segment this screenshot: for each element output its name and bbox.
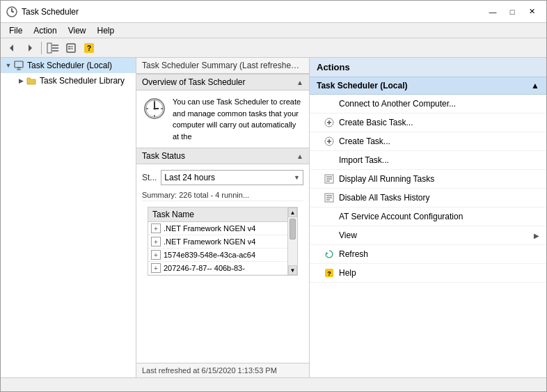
task-status-title: Task Status [142,151,185,161]
menu-view[interactable]: View [63,24,92,37]
summary-row: Summary: 226 total - 4 runnin... [142,189,303,201]
tree-label-local: Task Scheduler (Local) [27,61,112,70]
task-list-item[interactable]: + 1574e839-548e-43ca-ac64 [148,249,287,262]
menu-file[interactable]: File [3,24,28,37]
svg-point-24 [154,108,156,110]
actions-section-arrow: ▲ [531,81,539,91]
status-filter-label: St... [142,173,157,182]
action-view-label: View [339,230,357,240]
svg-marker-3 [10,45,13,52]
task-status-section-header[interactable]: Task Status ▲ [136,148,309,164]
close-button[interactable]: ✕ [523,5,541,19]
action-display-running-label: Display All Running Tasks [339,174,434,184]
svg-marker-4 [29,45,32,52]
overview-section-header[interactable]: Overview of Task Scheduler ▲ [136,74,309,91]
svg-rect-16 [15,61,23,68]
maximize-button[interactable]: □ [503,5,521,19]
action-import[interactable]: Import Task... [310,151,546,170]
action-create-basic[interactable]: Create Basic Task... [310,113,546,132]
tree-item-library[interactable]: ▶ Task Scheduler Library [1,73,136,88]
create-task-icon [324,136,335,147]
svg-text:?: ? [327,270,331,277]
task-item-label-0: .NET Framework NGEN v4 [164,224,255,233]
computer-icon [13,60,24,71]
overview-title: Overview of Task Scheduler [142,77,246,87]
main-area: ▼ Task Scheduler (Local) ▶ [1,58,546,377]
action-refresh[interactable]: Refresh [310,245,546,264]
status-bar [1,377,546,391]
expander-library[interactable]: ▶ [16,76,26,86]
task-list-header: Task Name [148,207,287,222]
tree-item-local[interactable]: ▼ Task Scheduler (Local) [1,58,136,73]
actions-section-title[interactable]: Task Scheduler (Local) ▲ [310,77,546,95]
right-panel: Actions Task Scheduler (Local) ▲ Connect… [310,58,546,377]
action-view[interactable]: View ▶ [310,226,546,245]
overview-arrow: ▲ [296,79,303,86]
import-icon [324,155,335,166]
center-scroll-container: Overview of Task Scheduler ▲ [136,74,309,363]
action-disable-history-label: Disable All Tasks History [339,193,430,203]
toolbar-separator-1 [41,42,42,54]
scroll-down-button[interactable]: ▼ [288,265,297,275]
action-connect-label: Connect to Another Computer... [339,99,456,109]
task-item-label-3: 207246-7-87-- 406b-83- [164,264,245,272]
action-at-service[interactable]: AT Service Account Configuration [310,207,546,226]
task-list-item[interactable]: + 207246-7-87-- 406b-83- [148,262,287,275]
menu-help[interactable]: Help [92,24,120,37]
console-tree-button[interactable] [45,40,61,56]
clock-icon [142,96,167,121]
toolbar: ? [1,38,546,58]
left-panel: ▼ Task Scheduler (Local) ▶ [1,58,136,377]
action-disable-history[interactable]: Disable All Tasks History [310,189,546,207]
help-toolbar-button[interactable]: ? [81,40,97,56]
minimize-button[interactable]: — [484,5,502,19]
dropdown-arrow-icon: ▼ [294,174,300,181]
status-dropdown[interactable]: Last 24 hours ▼ [161,170,303,185]
svg-point-13 [68,48,70,49]
scroll-thumb [290,219,296,240]
view-icon [324,230,335,241]
expander-local[interactable]: ▼ [3,61,13,70]
task-list-item[interactable]: + .NET Framework NGEN v4 [148,222,287,235]
overview-text: You can use Task Scheduler to create and… [173,96,303,142]
task-status-content: St... Last 24 hours ▼ Summary: 226 total… [136,164,309,287]
action-help[interactable]: ? Help [310,264,546,283]
task-expand-icon-3: + [151,263,161,273]
at-service-icon [324,211,335,222]
forward-button[interactable] [22,40,38,56]
disable-history-icon [324,192,335,203]
connect-icon [324,98,335,109]
center-header: Task Scheduler Summary (Last refreshed: … [136,58,309,74]
menu-bar: File Action View Help [1,23,546,38]
help-action-icon: ? [324,267,335,279]
action-create-task[interactable]: Create Task... [310,132,546,151]
properties-button[interactable] [63,40,79,56]
window-title: Task Scheduler [22,7,79,17]
svg-point-12 [68,46,70,47]
scroll-up-button[interactable]: ▲ [288,207,297,217]
back-button[interactable] [3,40,20,56]
svg-rect-5 [47,43,51,53]
task-list-item[interactable]: + .NET Framework NGEN v4 [148,235,287,249]
menu-action[interactable]: Action [28,24,62,37]
svg-text:?: ? [87,45,91,52]
title-bar: Task Scheduler — □ ✕ [1,1,546,23]
action-import-label: Import Task... [339,155,389,165]
task-item-label-1: .NET Framework NGEN v4 [164,237,255,246]
center-footer: Last refreshed at 6/15/2020 1:13:53 PM [136,363,309,377]
action-create-task-label: Create Task... [339,136,390,146]
action-connect[interactable]: Connect to Another Computer... [310,95,546,113]
main-window: Task Scheduler — □ ✕ File Action View He… [0,0,547,392]
svg-marker-43 [326,252,328,255]
create-basic-icon [324,117,335,128]
center-scroll-content[interactable]: Overview of Task Scheduler ▲ [136,74,309,363]
center-panel: Task Scheduler Summary (Last refreshed: … [136,58,310,377]
title-bar-left: Task Scheduler [6,6,79,17]
action-display-running[interactable]: Display All Running Tasks [310,170,546,189]
status-filter-row: St... Last 24 hours ▼ [142,170,303,185]
actions-section-label: Task Scheduler (Local) [317,81,407,91]
task-expand-icon-1: + [151,237,161,246]
action-at-service-label: AT Service Account Configuration [339,212,463,221]
svg-rect-9 [67,44,75,52]
display-running-icon [324,173,335,185]
